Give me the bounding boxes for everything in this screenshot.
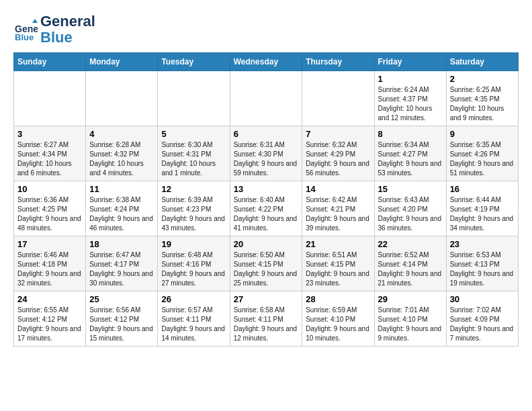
day-cell: 21Sunrise: 6:51 AM Sunset: 4:15 PM Dayli… bbox=[302, 236, 374, 291]
day-cell: 4Sunrise: 6:28 AM Sunset: 4:32 PM Daylig… bbox=[86, 126, 158, 181]
day-cell: 11Sunrise: 6:38 AM Sunset: 4:24 PM Dayli… bbox=[86, 181, 158, 236]
day-info: Sunrise: 6:51 AM Sunset: 4:15 PM Dayligh… bbox=[306, 250, 370, 288]
day-number: 14 bbox=[306, 184, 370, 194]
day-number: 27 bbox=[234, 294, 299, 304]
day-cell: 22Sunrise: 6:52 AM Sunset: 4:14 PM Dayli… bbox=[374, 236, 446, 291]
day-number: 8 bbox=[378, 129, 443, 139]
header: General Blue GeneralBlue bbox=[13, 13, 519, 46]
day-info: Sunrise: 6:55 AM Sunset: 4:12 PM Dayligh… bbox=[17, 306, 82, 343]
weekday-wednesday: Wednesday bbox=[230, 53, 302, 71]
day-info: Sunrise: 6:44 AM Sunset: 4:19 PM Dayligh… bbox=[450, 195, 515, 233]
day-number: 2 bbox=[450, 74, 515, 84]
logo-text: GeneralBlue bbox=[40, 13, 95, 46]
day-number: 3 bbox=[17, 129, 82, 139]
day-number: 28 bbox=[306, 294, 370, 304]
day-cell: 27Sunrise: 6:58 AM Sunset: 4:11 PM Dayli… bbox=[230, 291, 302, 347]
logo: General Blue GeneralBlue bbox=[13, 13, 95, 46]
day-cell: 19Sunrise: 6:48 AM Sunset: 4:16 PM Dayli… bbox=[158, 236, 230, 291]
logo-icon: General Blue bbox=[13, 17, 38, 42]
day-cell: 17Sunrise: 6:46 AM Sunset: 4:18 PM Dayli… bbox=[14, 236, 86, 291]
day-number: 16 bbox=[450, 184, 515, 194]
day-cell: 20Sunrise: 6:50 AM Sunset: 4:15 PM Dayli… bbox=[230, 236, 302, 291]
day-info: Sunrise: 6:50 AM Sunset: 4:15 PM Dayligh… bbox=[234, 250, 299, 288]
day-number: 26 bbox=[161, 294, 226, 304]
day-cell: 14Sunrise: 6:42 AM Sunset: 4:21 PM Dayli… bbox=[302, 181, 374, 236]
day-info: Sunrise: 6:43 AM Sunset: 4:20 PM Dayligh… bbox=[378, 195, 443, 233]
day-number: 25 bbox=[89, 294, 154, 304]
calendar: SundayMondayTuesdayWednesdayThursdayFrid… bbox=[13, 52, 519, 347]
day-number: 19 bbox=[161, 239, 226, 249]
day-info: Sunrise: 7:01 AM Sunset: 4:10 PM Dayligh… bbox=[378, 306, 443, 343]
day-info: Sunrise: 6:48 AM Sunset: 4:16 PM Dayligh… bbox=[161, 250, 226, 288]
day-cell: 13Sunrise: 6:40 AM Sunset: 4:22 PM Dayli… bbox=[230, 181, 302, 236]
day-info: Sunrise: 6:36 AM Sunset: 4:25 PM Dayligh… bbox=[17, 195, 82, 233]
day-info: Sunrise: 6:38 AM Sunset: 4:24 PM Dayligh… bbox=[89, 195, 154, 233]
day-number: 9 bbox=[450, 129, 515, 139]
day-cell bbox=[86, 71, 158, 126]
day-cell: 3Sunrise: 6:27 AM Sunset: 4:34 PM Daylig… bbox=[14, 126, 86, 181]
day-info: Sunrise: 6:47 AM Sunset: 4:17 PM Dayligh… bbox=[89, 250, 154, 288]
day-number: 17 bbox=[17, 239, 82, 249]
day-cell: 18Sunrise: 6:47 AM Sunset: 4:17 PM Dayli… bbox=[86, 236, 158, 291]
day-cell: 30Sunrise: 7:02 AM Sunset: 4:09 PM Dayli… bbox=[446, 291, 518, 347]
day-info: Sunrise: 6:30 AM Sunset: 4:31 PM Dayligh… bbox=[161, 140, 226, 178]
day-info: Sunrise: 6:57 AM Sunset: 4:11 PM Dayligh… bbox=[161, 306, 226, 343]
day-info: Sunrise: 6:58 AM Sunset: 4:11 PM Dayligh… bbox=[234, 306, 299, 343]
day-number: 4 bbox=[89, 129, 154, 139]
weekday-monday: Monday bbox=[86, 53, 158, 71]
day-number: 18 bbox=[89, 239, 154, 249]
day-info: Sunrise: 6:52 AM Sunset: 4:14 PM Dayligh… bbox=[378, 250, 443, 288]
day-cell bbox=[302, 71, 374, 126]
day-info: Sunrise: 6:40 AM Sunset: 4:22 PM Dayligh… bbox=[234, 195, 299, 233]
day-cell: 2Sunrise: 6:25 AM Sunset: 4:35 PM Daylig… bbox=[446, 71, 518, 126]
week-row-2: 3Sunrise: 6:27 AM Sunset: 4:34 PM Daylig… bbox=[14, 126, 519, 181]
day-cell: 15Sunrise: 6:43 AM Sunset: 4:20 PM Dayli… bbox=[374, 181, 446, 236]
day-number: 29 bbox=[378, 294, 443, 304]
day-info: Sunrise: 6:59 AM Sunset: 4:10 PM Dayligh… bbox=[306, 306, 370, 343]
day-cell: 25Sunrise: 6:56 AM Sunset: 4:12 PM Dayli… bbox=[86, 291, 158, 347]
day-number: 15 bbox=[378, 184, 443, 194]
day-cell: 6Sunrise: 6:31 AM Sunset: 4:30 PM Daylig… bbox=[230, 126, 302, 181]
day-info: Sunrise: 6:46 AM Sunset: 4:18 PM Dayligh… bbox=[17, 250, 82, 288]
day-info: Sunrise: 6:28 AM Sunset: 4:32 PM Dayligh… bbox=[89, 140, 154, 178]
day-cell: 12Sunrise: 6:39 AM Sunset: 4:23 PM Dayli… bbox=[158, 181, 230, 236]
day-cell: 23Sunrise: 6:53 AM Sunset: 4:13 PM Dayli… bbox=[446, 236, 518, 291]
svg-marker-2 bbox=[32, 19, 38, 23]
day-info: Sunrise: 6:34 AM Sunset: 4:27 PM Dayligh… bbox=[378, 140, 443, 178]
day-cell: 1Sunrise: 6:24 AM Sunset: 4:37 PM Daylig… bbox=[374, 71, 446, 126]
day-info: Sunrise: 6:35 AM Sunset: 4:26 PM Dayligh… bbox=[450, 140, 515, 178]
weekday-thursday: Thursday bbox=[302, 53, 374, 71]
day-cell: 28Sunrise: 6:59 AM Sunset: 4:10 PM Dayli… bbox=[302, 291, 374, 347]
weekday-friday: Friday bbox=[374, 53, 446, 71]
day-info: Sunrise: 6:42 AM Sunset: 4:21 PM Dayligh… bbox=[306, 195, 370, 233]
week-row-4: 17Sunrise: 6:46 AM Sunset: 4:18 PM Dayli… bbox=[14, 236, 519, 291]
day-cell bbox=[230, 71, 302, 126]
day-cell bbox=[14, 71, 86, 126]
day-number: 6 bbox=[234, 129, 299, 139]
day-number: 11 bbox=[89, 184, 154, 194]
weekday-saturday: Saturday bbox=[446, 53, 518, 71]
day-cell: 24Sunrise: 6:55 AM Sunset: 4:12 PM Dayli… bbox=[14, 291, 86, 347]
day-cell: 8Sunrise: 6:34 AM Sunset: 4:27 PM Daylig… bbox=[374, 126, 446, 181]
day-cell: 10Sunrise: 6:36 AM Sunset: 4:25 PM Dayli… bbox=[14, 181, 86, 236]
day-number: 1 bbox=[378, 74, 443, 84]
day-info: Sunrise: 6:31 AM Sunset: 4:30 PM Dayligh… bbox=[234, 140, 299, 178]
day-cell: 7Sunrise: 6:32 AM Sunset: 4:29 PM Daylig… bbox=[302, 126, 374, 181]
day-info: Sunrise: 6:39 AM Sunset: 4:23 PM Dayligh… bbox=[161, 195, 226, 233]
day-number: 30 bbox=[450, 294, 515, 304]
day-number: 22 bbox=[378, 239, 443, 249]
day-cell bbox=[158, 71, 230, 126]
day-cell: 26Sunrise: 6:57 AM Sunset: 4:11 PM Dayli… bbox=[158, 291, 230, 347]
weekday-tuesday: Tuesday bbox=[158, 53, 230, 71]
week-row-5: 24Sunrise: 6:55 AM Sunset: 4:12 PM Dayli… bbox=[14, 291, 519, 347]
day-info: Sunrise: 7:02 AM Sunset: 4:09 PM Dayligh… bbox=[450, 306, 515, 343]
day-number: 23 bbox=[450, 239, 515, 249]
day-number: 10 bbox=[17, 184, 82, 194]
weekday-header-row: SundayMondayTuesdayWednesdayThursdayFrid… bbox=[14, 53, 519, 71]
day-cell: 9Sunrise: 6:35 AM Sunset: 4:26 PM Daylig… bbox=[446, 126, 518, 181]
day-info: Sunrise: 6:25 AM Sunset: 4:35 PM Dayligh… bbox=[450, 85, 515, 123]
day-info: Sunrise: 6:56 AM Sunset: 4:12 PM Dayligh… bbox=[89, 306, 154, 343]
day-info: Sunrise: 6:27 AM Sunset: 4:34 PM Dayligh… bbox=[17, 140, 82, 178]
week-row-3: 10Sunrise: 6:36 AM Sunset: 4:25 PM Dayli… bbox=[14, 181, 519, 236]
day-cell: 29Sunrise: 7:01 AM Sunset: 4:10 PM Dayli… bbox=[374, 291, 446, 347]
